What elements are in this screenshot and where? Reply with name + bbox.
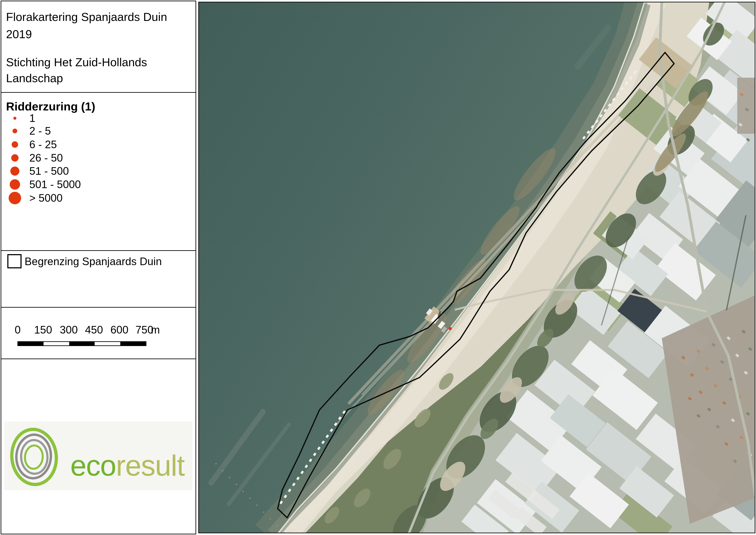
legend-class-label: > 5000 [29,192,63,204]
graduated-dot-icon [10,167,19,176]
aerial-photo [198,2,755,533]
legend-row: 26 - 50 [1,151,196,165]
boundary-symbol-icon [7,254,21,268]
scale-bar-graphic [17,341,147,346]
section-divider [1,358,196,359]
scale-tick-label: 600 [110,324,128,336]
section-divider [1,92,196,93]
section-divider [1,250,196,251]
legend-row: 2 - 5 [1,124,196,138]
graduated-dot-icon [9,192,21,204]
species-record-marker [448,327,452,330]
org-line-2: Landschap [6,70,63,87]
page: { "panel": { "title": { "line1": "Florak… [0,0,756,535]
scale-tick-label: 0 [15,324,21,336]
graduated-dot-icon [12,141,18,148]
boundary-legend-label: Begrenzing Spanjaards Duin [25,255,162,268]
scale-bar-segment [120,342,146,345]
graduated-dot-icon [10,179,20,190]
legend-class-label: 51 - 500 [29,165,69,177]
legend-panel: Florakartering Spanjaards Duin 2019 Stic… [1,1,196,534]
ecoresult-wordmark: ecoresult [70,449,184,482]
legend-class-label: 6 - 25 [29,138,57,151]
legend-class-label: 2 - 5 [29,125,51,137]
title-line-1: Florakartering Spanjaards Duin [6,8,167,25]
legend-row: 501 - 5000 [1,178,196,191]
scale-tick-label: 300 [60,324,78,336]
title-line-2: 2019 [6,25,32,43]
graduated-dot-icon [13,128,17,133]
scale-tick-label: 150 [34,324,52,336]
scale-bar-segment [43,342,69,345]
section-divider [1,307,196,308]
scale-bar-segment [94,342,120,345]
legend-class-label: 1 [29,112,35,125]
scale-unit-label: m [151,324,160,336]
graduated-dot-icon [11,154,18,161]
org-line-1: Stichting Het Zuid-Hollands [6,53,147,71]
scale-bar-segment [18,342,43,345]
legend-class-label: 26 - 50 [29,152,63,164]
species-legend-title: Ridderzuring (1) [6,100,95,113]
logo-word-result: result [116,449,184,482]
scale-bar-segment [69,342,94,345]
legend-row: 51 - 500 [1,164,196,178]
graduated-dot-icon [14,117,16,120]
legend-row: > 5000 [1,191,196,205]
legend-row: 6 - 25 [1,138,196,151]
map-canvas [198,2,755,533]
legend-row: 1 [1,112,196,125]
legend-class-label: 501 - 5000 [29,178,81,191]
scale-tick-label: 450 [85,324,103,336]
logo-word-eco: eco [70,449,116,482]
